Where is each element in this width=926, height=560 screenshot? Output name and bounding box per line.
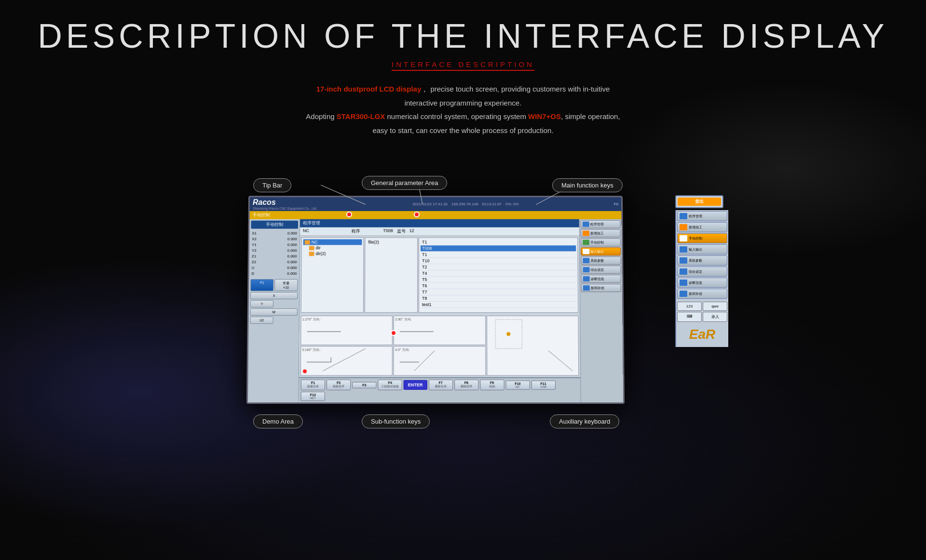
fr-label-new: 新增加工 xyxy=(689,225,702,230)
screen-mode-display: F0 xyxy=(614,202,618,206)
ctrl-btn-1[interactable]: F1 xyxy=(250,279,273,291)
preview-270-label: 1:270° 方向: xyxy=(302,317,392,322)
ctrl-btn-y[interactable]: Y xyxy=(250,300,273,307)
prog-test1[interactable]: test1 xyxy=(421,302,576,308)
fkey-f8[interactable]: F8 删除程序 xyxy=(454,380,478,390)
fkey-f2[interactable]: F2 刷新程序 xyxy=(327,380,351,390)
tree-nc[interactable]: NC xyxy=(303,239,362,245)
preview-0-svg xyxy=(395,352,484,372)
fkey-f9[interactable]: F9 粘贴 xyxy=(480,380,504,390)
prog-t2[interactable]: T2 xyxy=(421,264,576,270)
enter-button[interactable]: ENTER xyxy=(404,380,427,390)
fr-btn-sys[interactable]: 系统参数 xyxy=(677,255,727,266)
ear-label: EaR xyxy=(677,323,727,346)
aux-keyboard-label: Auxiliary keyboard xyxy=(550,414,619,428)
folder-icon-dir xyxy=(309,246,314,250)
demo-area-label: Demo Area xyxy=(253,414,303,428)
ctrl-btn-u2[interactable]: U2 xyxy=(250,317,273,324)
prog-t1[interactable]: T1 xyxy=(421,239,576,245)
fr-btn-comp2[interactable]: 新弼补偿 xyxy=(677,289,727,299)
axis-y2: Y20.000 xyxy=(251,248,298,253)
axis-x1: X10.000 xyxy=(251,231,298,236)
prog-t7[interactable]: T7 xyxy=(421,289,576,295)
axis-table: X10.000 X20.000 Y10.000 Y20.000 Z10.000 … xyxy=(250,231,298,276)
screen-mockup: Racos Shandong Racos CNC Equipment Co., … xyxy=(198,195,728,403)
fkey-f4[interactable]: F4 工程路径链接 xyxy=(378,380,402,390)
fr-label-comp: 综合设定 xyxy=(689,269,702,274)
fr-icon-comp xyxy=(680,268,687,275)
rfunc-comp[interactable]: 新弼补偿 xyxy=(581,284,621,292)
fr-btn-diag[interactable]: 诊断信息 xyxy=(677,278,727,288)
fkey-f3[interactable]: F3 xyxy=(352,382,376,388)
aux-top-panel: 货出 xyxy=(675,195,723,208)
fr-btn-new[interactable]: 新增加工 xyxy=(677,222,727,232)
rfunc-newadd[interactable]: 新增加工 xyxy=(581,229,621,238)
fr-btn-manual[interactable]: 手动控制 xyxy=(677,233,727,243)
screen-logo-sub: Shandong Racos CNC Equipment Co., Ltd. xyxy=(253,207,317,210)
rfunc-sysparams-label: 系统参数 xyxy=(590,258,604,263)
keyboard-grid: 123 qwe ⌨ 录入 xyxy=(677,302,727,322)
main-screen: Racos Shandong Racos CNC Equipment Co., … xyxy=(246,196,625,404)
fr-label-program: 程序管理 xyxy=(689,214,702,219)
prog-t4[interactable]: T4 xyxy=(421,270,576,277)
file-tree: NC dir dir(2) xyxy=(301,237,364,313)
fr-btn-io[interactable]: 输入输出 xyxy=(677,244,727,254)
tip-bar-dot xyxy=(346,212,352,217)
rfunc-diag[interactable]: 诊断信息 xyxy=(581,275,621,283)
prog-t6[interactable]: T6 xyxy=(421,283,576,289)
subtitle-label: INTERFACE DESCRIPTION xyxy=(392,60,534,71)
fr-label-manual: 手动控制 xyxy=(689,236,702,241)
axis-x2: X20.000 xyxy=(251,237,298,242)
file-item-1[interactable]: file(2) xyxy=(367,239,416,245)
fr-icon-manual xyxy=(680,235,687,241)
fkey-f12[interactable]: F12 NET xyxy=(301,392,325,401)
preview-270-svg xyxy=(302,322,391,341)
fr-btn-comp[interactable]: 综合设定 xyxy=(677,267,727,277)
prog-t5[interactable]: T5 xyxy=(421,277,576,283)
tree-dir[interactable]: dir xyxy=(303,245,362,251)
main-func-label: Main function keys xyxy=(552,178,623,192)
rfunc-newadd-icon xyxy=(583,231,589,236)
fkey-f11[interactable]: F11 USB xyxy=(531,380,555,389)
ctrl-btn-w[interactable]: W xyxy=(250,308,298,316)
key-input[interactable]: 录入 xyxy=(703,312,727,322)
axis-y1: Y10.000 xyxy=(251,242,298,247)
screen-body: NC dir dir(2) xyxy=(300,236,580,314)
rfunc-comp-icon xyxy=(583,285,590,291)
prog-t1b[interactable]: T1 xyxy=(421,252,576,258)
fkey-f1[interactable]: F1 新建目录 xyxy=(301,380,325,390)
prog-t10[interactable]: T10 xyxy=(421,258,576,264)
key-123[interactable]: 123 xyxy=(677,302,702,311)
rfunc-io[interactable]: 输入输出 xyxy=(581,247,621,255)
ctrl-btn-2[interactable]: 常量×10 xyxy=(274,279,298,291)
logo-section: Racos Shandong Racos CNC Equipment Co., … xyxy=(253,198,317,210)
screen-main: 手动控制 X10.000 X20.000 Y10.000 Y20.000 Z10… xyxy=(248,219,623,402)
preview-90: 2:90° 方向: xyxy=(394,316,486,345)
rfunc-program[interactable]: 程序管理 xyxy=(581,220,621,228)
rfunc-manual[interactable]: 手动控制 xyxy=(581,238,621,246)
rfunc-newadd-label: 新增加工 xyxy=(590,231,604,236)
rfunc-composite[interactable]: 综合设定 xyxy=(581,266,621,274)
axis-u: U0.000 xyxy=(251,265,298,270)
description-text: 17-inch dustproof LCD display， precise t… xyxy=(299,82,627,137)
rfunc-program-icon xyxy=(583,222,589,227)
fkey-f10[interactable]: F10 NC xyxy=(505,380,530,389)
screen-ip: 169.256.78.148 xyxy=(451,202,478,206)
axis-z1: Z10.000 xyxy=(251,253,298,259)
fr-btn-program[interactable]: 程序管理 xyxy=(677,211,727,221)
rfunc-composite-label: 综合设定 xyxy=(590,267,604,272)
mode-bar: 手动控制 xyxy=(250,211,622,219)
prog-t8[interactable]: T8 xyxy=(421,295,576,302)
rfunc-io-label: 输入输出 xyxy=(590,249,604,254)
preview-180-svg xyxy=(302,352,391,372)
key-qwe[interactable]: qwe xyxy=(703,302,727,311)
key-misc[interactable]: ⌨ xyxy=(677,312,702,322)
prog-t008[interactable]: T008 xyxy=(421,245,576,252)
fkey-f7[interactable]: F7 删除目录 xyxy=(428,380,452,390)
tip-bar-label: Tip Bar xyxy=(253,178,291,192)
rfunc-sysparams[interactable]: 系统参数 xyxy=(581,256,621,265)
tree-dir2[interactable]: dir(2) xyxy=(303,251,362,256)
desc-highlight-1: 17-inch dustproof LCD display xyxy=(316,85,422,93)
fr-label-sys: 系统参数 xyxy=(689,258,702,263)
ctrl-btn-x[interactable]: X xyxy=(250,292,298,299)
